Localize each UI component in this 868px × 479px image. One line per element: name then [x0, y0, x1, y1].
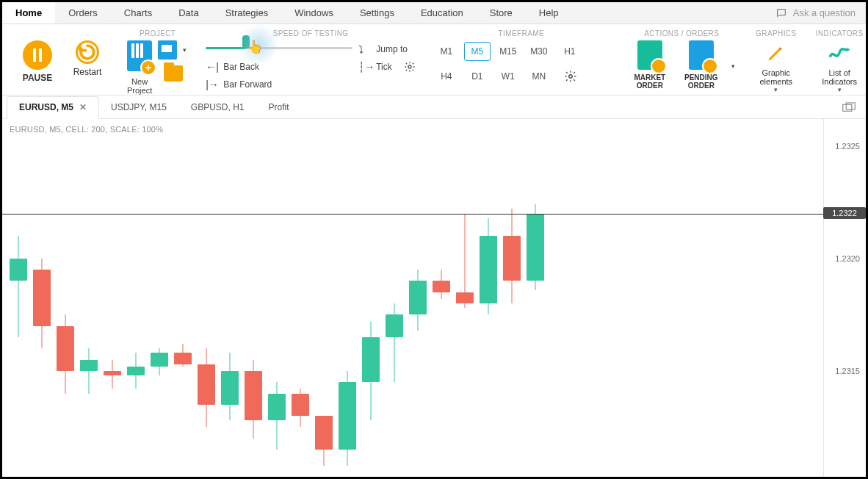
y-axis: 1.23251.23201.2315 [823, 119, 866, 477]
chart-tab-2[interactable]: GBPUSD, H1 [179, 96, 257, 118]
menubar: Home Orders Charts Data Strategies Windo… [2, 2, 866, 24]
svg-rect-0 [33, 48, 36, 62]
graphic-elements-button[interactable]: Graphic elements ▾ [754, 40, 798, 93]
candle [198, 119, 215, 477]
orders-dropdown[interactable]: ▾ [730, 62, 737, 70]
chevron-down-icon: ▾ [773, 86, 779, 93]
menu-data[interactable]: Data [165, 2, 211, 24]
candle [527, 119, 544, 477]
menu-strategies[interactable]: Strategies [212, 2, 282, 24]
ribbon: PAUSE Restart PROJECT + New Project [2, 24, 866, 96]
candle [456, 119, 474, 477]
group-playback: PAUSE Restart [10, 27, 115, 92]
candle [174, 119, 192, 477]
current-price-flag: 1.2322 [823, 207, 866, 219]
timeframe-m5[interactable]: M5 [464, 42, 491, 61]
candle [292, 119, 309, 477]
slider-knob-icon [242, 35, 250, 48]
group-project: PROJECT + New Project ▾ [121, 27, 194, 92]
current-price-line [2, 214, 823, 215]
chart-tab-0[interactable]: EURUSD, M5✕ [7, 96, 99, 119]
chevron-down-icon: ▾ [836, 86, 843, 93]
menu-education[interactable]: Education [408, 2, 477, 24]
timeframe-mn[interactable]: MN [526, 67, 552, 86]
group-timeframe: TIMEFRAME M1M5M15M30H1H4D1W1MN [427, 27, 615, 92]
new-project-icon: + [127, 40, 152, 71]
timeframe-m1[interactable]: M1 [433, 42, 460, 61]
pending-order-button[interactable]: PENDING ORDER [679, 40, 724, 90]
tick-button[interactable]: ┆→ Tick [358, 61, 416, 73]
restart-button[interactable]: Restart [65, 40, 109, 77]
candle [57, 119, 74, 477]
candle [33, 119, 51, 477]
open-button[interactable] [164, 65, 183, 82]
market-order-button[interactable]: MARKET ORDER [627, 40, 673, 90]
chart-tabs: EURUSD, M5✕USDJPY, M15GBPUSD, H1Profit [2, 96, 866, 119]
menu-orders[interactable]: Orders [55, 2, 111, 24]
svg-point-2 [408, 65, 411, 68]
new-project-button[interactable]: + New Project [127, 40, 152, 95]
menu-windows[interactable]: Windows [281, 2, 347, 24]
timeframe-m30[interactable]: M30 [526, 42, 552, 61]
bar-forward-button[interactable]: |→Bar Forward [206, 79, 352, 90]
timeframe-settings-button[interactable] [557, 70, 585, 83]
jump-to-button[interactable]: ⤵Jump to [358, 43, 416, 55]
svg-rect-8 [846, 103, 855, 109]
svg-rect-7 [843, 104, 852, 111]
speed-slider[interactable]: 👆 [206, 40, 352, 55]
menu-charts[interactable]: Charts [111, 2, 165, 24]
timeframe-m15[interactable]: M15 [495, 42, 521, 61]
candle [433, 119, 450, 477]
pending-order-icon [689, 40, 714, 70]
candle [386, 119, 403, 477]
group-graphics: GRAPHICS Graphic elements ▾ [748, 27, 804, 92]
candle [151, 119, 168, 477]
menu-store[interactable]: Store [477, 2, 526, 24]
candle [503, 119, 521, 477]
tick-icon: ┆→ [358, 61, 372, 73]
svg-point-3 [569, 75, 573, 79]
window-layout-button[interactable] [832, 102, 866, 112]
indicator-icon [827, 40, 852, 65]
y-tick: 1.2325 [835, 142, 860, 151]
candle [104, 119, 121, 477]
candle [10, 119, 27, 477]
timeframe-h4[interactable]: H4 [433, 67, 460, 86]
save-button[interactable] [158, 40, 177, 60]
menu-settings[interactable]: Settings [347, 2, 408, 24]
tick-settings-button[interactable] [404, 61, 416, 73]
y-tick: 1.2315 [835, 367, 860, 375]
close-tab-button[interactable]: ✕ [79, 102, 87, 112]
gear-icon [564, 70, 577, 83]
chat-icon [775, 7, 787, 19]
chart-area[interactable]: EURUSD, M5, CELL: 200, SCALE: 100% 1.232… [2, 119, 866, 477]
candle [339, 119, 356, 477]
candle [409, 119, 427, 477]
svg-rect-1 [39, 48, 42, 62]
candle [80, 119, 98, 477]
y-tick: 1.2320 [835, 254, 860, 263]
chart-tab-1[interactable]: USDJPY, M15 [99, 96, 179, 118]
multiwindow-icon [842, 102, 856, 112]
bar-back-button[interactable]: ←|Bar Back [206, 61, 352, 73]
group-orders: ACTIONS / ORDERS MARKET ORDER PENDING OR… [621, 27, 742, 92]
candle [315, 119, 333, 477]
jump-icon: ⤵ [358, 43, 372, 55]
restart-icon [76, 40, 99, 64]
timeframe-w1[interactable]: W1 [495, 67, 521, 86]
group-speed: SPEED OF TESTING 👆 ←|Bar Back |→Bar Forw… [200, 27, 422, 92]
menu-home[interactable]: Home [2, 2, 55, 24]
timeframe-d1[interactable]: D1 [464, 67, 491, 86]
chart-tab-3[interactable]: Profit [257, 96, 302, 118]
timeframe-h1[interactable]: H1 [557, 42, 583, 61]
ask-question-button[interactable]: Ask a question [765, 2, 866, 24]
arrow-right-icon: |→ [206, 79, 219, 90]
save-dropdown[interactable]: ▾ [181, 46, 188, 54]
candle [480, 119, 497, 477]
candle [245, 119, 262, 477]
pause-button[interactable]: PAUSE [15, 40, 59, 83]
list-indicators-button[interactable]: List of Indicators ▾ [817, 40, 861, 93]
candle [362, 119, 380, 477]
candle [127, 119, 145, 477]
menu-help[interactable]: Help [526, 2, 572, 24]
